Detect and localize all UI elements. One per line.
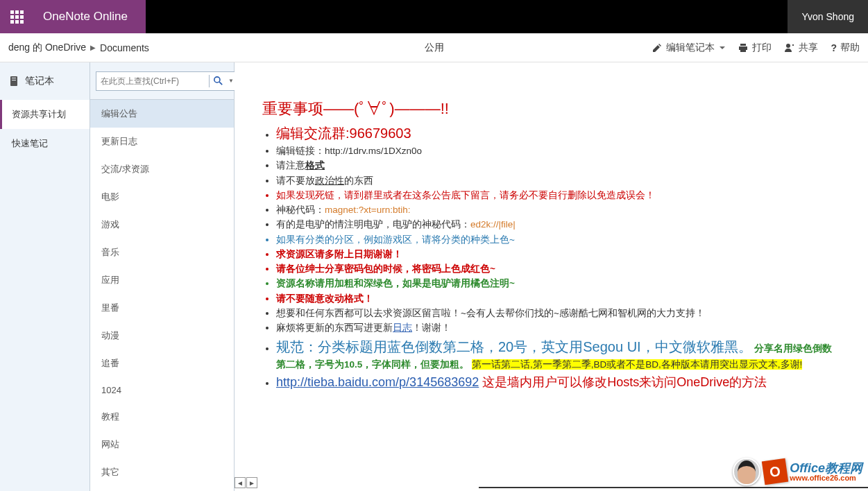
line-format: 请注意格式: [276, 159, 840, 173]
line-changelog: 麻烦将更新的东西写进更新日志！谢谢！: [276, 321, 840, 335]
breadcrumb-root[interactable]: deng 的 OneDrive: [8, 42, 86, 54]
svg-point-4: [214, 77, 219, 83]
line-category: 如果有分类的分区，例如游戏区，请将分类的种类上色~: [276, 233, 840, 247]
line-hosts-link: http://tieba.baidu.com/p/3145683692 这是墙内…: [276, 373, 840, 392]
breadcrumb: deng 的 OneDrive ▶ Documents: [8, 42, 149, 54]
section-nav-arrows: ◄ ►: [235, 477, 257, 488]
notebook-nav-item[interactable]: 资源共享计划: [0, 100, 90, 129]
hosts-link[interactable]: http://tieba.baidu.com/p/3145683692: [276, 375, 479, 389]
printer-icon: [738, 42, 749, 53]
line-group: 编辑交流群:96679603: [276, 123, 840, 144]
question-icon: ?: [831, 42, 837, 53]
svg-rect-2: [12, 78, 16, 78]
office-logo-icon: O: [762, 458, 788, 485]
search-box: ▼: [96, 71, 237, 91]
note-content[interactable]: 重要事项——(ﾟ∀ﾟ)———!! 编辑交流群:96679603 编辑链接：htt…: [235, 62, 868, 491]
line-password: 请各位绅士分享密码包的时候，将密码上色成红色~: [276, 262, 840, 276]
section-item[interactable]: 应用: [90, 266, 234, 294]
notebook-icon: [8, 76, 19, 87]
notebook-sidebar: 笔记本 资源共享计划快速笔记: [0, 62, 90, 491]
line-noformat: 请不要随意改动格式！: [276, 292, 840, 306]
app-name[interactable]: OneNote Online: [33, 0, 146, 33]
note-title: 重要事项——(ﾟ∀ﾟ)———!!: [262, 97, 840, 120]
help-button[interactable]: ? 帮助: [831, 42, 860, 54]
search-input[interactable]: [96, 76, 209, 86]
person-plus-icon: [784, 42, 795, 53]
share-button[interactable]: 共享: [784, 42, 818, 54]
line-date: 求资源区请多附上日期谢谢！: [276, 248, 840, 261]
section-item[interactable]: 教程: [90, 403, 234, 431]
notebook-header[interactable]: 笔记本: [0, 62, 90, 100]
svg-point-0: [786, 44, 790, 48]
section-item[interactable]: 1024: [90, 377, 234, 403]
section-item[interactable]: 电影: [90, 183, 234, 211]
pencil-icon: [652, 42, 663, 53]
notebook-label: 笔记本: [25, 75, 54, 87]
prev-section-button[interactable]: ◄: [235, 477, 246, 488]
line-deadlink: 如果发现死链，请到群里或者在这条公告底下留言，请务必不要自行删除以免造成误会！: [276, 189, 840, 203]
waffle-icon: [10, 10, 24, 24]
line-spec: 规范：分类标题用蓝色倒数第二格，20号，英文用Segou UI，中文微软雅黑。 …: [276, 336, 840, 372]
notebook-status: 公用: [425, 42, 444, 54]
line-political: 请不要放政治性的东西: [276, 174, 840, 188]
search-icon: [214, 76, 223, 85]
svg-rect-3: [12, 80, 16, 80]
section-item[interactable]: 游戏: [90, 211, 234, 239]
section-item[interactable]: 追番: [90, 350, 234, 377]
section-item[interactable]: 更新日志: [90, 128, 234, 155]
chevron-right-icon: ▶: [90, 44, 96, 51]
section-item[interactable]: 网站: [90, 431, 234, 458]
line-edit-link: 编辑链接：http://1drv.ms/1DXzn0o: [276, 144, 840, 158]
section-item[interactable]: 里番: [90, 294, 234, 322]
section-item[interactable]: 音乐: [90, 239, 234, 266]
next-section-button[interactable]: ►: [246, 477, 257, 488]
edit-notebook-button[interactable]: 编辑笔记本: [652, 42, 725, 54]
section-sidebar: ▼ 编辑公告更新日志交流/求资源电影游戏音乐应用里番动漫追番1024教程网站其它: [90, 62, 235, 491]
notebook-nav-item[interactable]: 快速笔记: [0, 129, 90, 158]
breadcrumb-current[interactable]: Documents: [100, 42, 149, 53]
print-button[interactable]: 打印: [738, 42, 772, 54]
avatar-icon: [733, 458, 760, 485]
line-request: 想要和任何东西都可以去求资源区留言啦！~会有人去帮你们找的~感谢酷七网和智机网的…: [276, 307, 840, 320]
line-resname: 资源名称请用加粗和深绿色，如果是电驴请用橘色注明~: [276, 277, 840, 291]
search-button[interactable]: [210, 76, 226, 85]
section-item[interactable]: 编辑公告: [90, 100, 234, 128]
bottom-bar: [479, 487, 868, 491]
section-item[interactable]: 动漫: [90, 322, 234, 350]
user-name[interactable]: Yvon Shong: [788, 0, 868, 33]
line-ed2k: 有的是电驴的情注明电驴，电驴的神秘代码：ed2k://|file|: [276, 218, 840, 232]
command-bar: deng 的 OneDrive ▶ Documents 公用 编辑笔记本 打印 …: [0, 33, 868, 62]
line-magnet: 神秘代码：magnet:?xt=urn:btih:: [276, 203, 840, 217]
app-launcher-button[interactable]: [0, 0, 33, 33]
watermark: O Office教程网 www.office26.com: [733, 458, 862, 485]
section-item[interactable]: 其它: [90, 458, 234, 486]
title-bar: OneNote Online Yvon Shong: [0, 0, 868, 33]
section-item[interactable]: 交流/求资源: [90, 155, 234, 183]
